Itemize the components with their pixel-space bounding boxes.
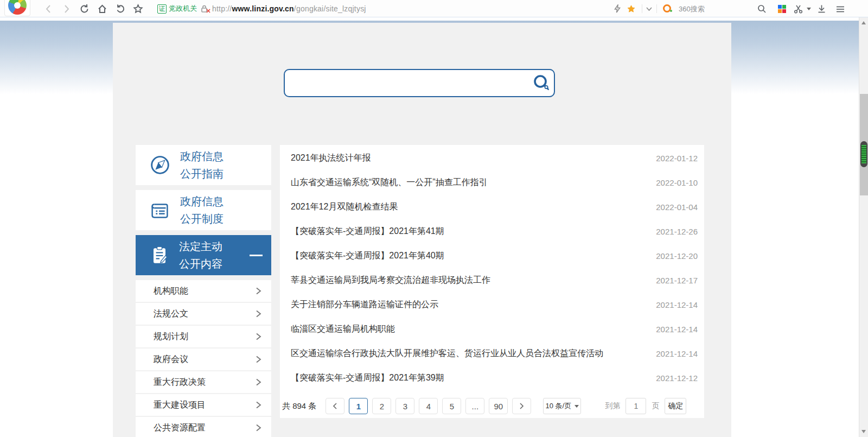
register-book-icon: [148, 198, 173, 223]
article-date: 2021-12-20: [656, 251, 698, 261]
article-link[interactable]: 区交通运输综合行政执法大队开展维护客运、货运行业从业人员合法权益宣传活动: [291, 348, 603, 359]
undo-icon[interactable]: [116, 4, 126, 14]
submenu-item[interactable]: 重大行政决策: [136, 371, 271, 393]
total-count-label: 共 894 条: [282, 401, 316, 411]
page-button-90[interactable]: 90: [489, 398, 508, 414]
page-button-1[interactable]: 1: [349, 398, 368, 414]
submenu-item[interactable]: 规划计划: [136, 326, 271, 347]
page-button-5[interactable]: 5: [442, 398, 461, 414]
page-button-4[interactable]: 4: [419, 398, 438, 414]
article-link[interactable]: 2021年12月双随机检查结果: [291, 201, 398, 213]
submenu-item[interactable]: 公共资源配置: [136, 417, 271, 437]
chevron-right-icon: [256, 378, 261, 386]
article-date: 2022-01-04: [656, 202, 698, 212]
article-link[interactable]: 【突破落实年-交通周报】2021年第39期: [291, 372, 444, 384]
page-button-3[interactable]: 3: [395, 398, 414, 414]
search-engine-label[interactable]: 360搜索: [679, 4, 705, 14]
article-date: 2021-12-14: [656, 300, 698, 309]
content-container: 政府信息公开指南 政府信息公开制度: [113, 23, 731, 437]
submenu-item[interactable]: 政府会议: [136, 349, 271, 370]
pagination-bar: 共 894 条 1 2 3 4 5 ... 90 10 条/页: [280, 397, 704, 415]
scrollbar-grip[interactable]: [860, 141, 867, 167]
chevron-right-icon: [519, 403, 524, 409]
sidebar-item-open-guide[interactable]: 政府信息公开指南: [136, 145, 271, 185]
page-button-2[interactable]: 2: [372, 398, 391, 414]
menu-hamburger-icon[interactable]: [835, 4, 845, 14]
back-icon[interactable]: [43, 4, 54, 14]
browser-logo-icon: [8, 0, 27, 15]
sidebar-item-open-system[interactable]: 政府信息公开制度: [136, 190, 271, 230]
page-size-select[interactable]: 10 条/页: [543, 398, 581, 414]
article-date: 2022-01-10: [656, 178, 698, 187]
accelerator-lightning-icon[interactable]: [613, 4, 622, 13]
clipboard-pen-icon: [148, 243, 171, 267]
scissors-dropdown-icon[interactable]: [807, 8, 811, 10]
site-search-button[interactable]: [529, 70, 554, 96]
list-item: 关于注销部分车辆道路运输证件的公示2021-12-14: [280, 293, 704, 317]
article-link[interactable]: 莘县交通运输局到我局考察交流治超非现场执法工作: [291, 275, 490, 286]
compass-icon: [148, 153, 173, 178]
list-item: 临淄区交通运输局机构职能2021-12-14: [280, 317, 704, 341]
page-ellipsis[interactable]: ...: [465, 398, 484, 414]
download-icon[interactable]: [817, 4, 826, 14]
favorite-star-icon[interactable]: [627, 4, 636, 14]
search-engine-logo-icon[interactable]: [663, 4, 671, 12]
list-item: 山东省交通运输系统“双随机、一公开”抽查工作指引2022-01-10: [280, 170, 704, 195]
list-item: 区交通运输综合行政执法大队开展维护客运、货运行业从业人员合法权益宣传活动2021…: [280, 341, 704, 366]
prev-page-button[interactable]: [326, 398, 344, 414]
article-link[interactable]: 2021年执法统计年报: [291, 153, 371, 164]
favorites-dropdown-icon[interactable]: [646, 5, 653, 12]
toolbar-separator: [656, 4, 657, 13]
cert-icon: 证: [157, 4, 167, 14]
list-item: 2021年12月双随机检查结果2022-01-04: [280, 195, 704, 219]
chevron-right-icon: [256, 424, 261, 432]
address-bar[interactable]: 证 党政机关 http://www.linzi.gov.cn/gongkai/s…: [157, 0, 366, 17]
article-link[interactable]: 关于注销部分车辆道路运输证件的公示: [291, 299, 438, 311]
article-link[interactable]: 临淄区交通运输局机构职能: [291, 324, 395, 335]
sidebar-submenu: 机构职能 法规公文 规划计划 政府会议 重大行政决策 重大建设项目 公共资源配置: [136, 280, 271, 437]
page-viewport: 政府信息公开指南 政府信息公开制度: [0, 17, 868, 437]
article-date: 2021-12-12: [656, 373, 698, 383]
article-link[interactable]: 【突破落实年-交通周报】2021年第41期: [291, 226, 444, 237]
scroll-up-icon[interactable]: [861, 21, 866, 24]
article-date: 2021-12-14: [656, 349, 698, 358]
url-text[interactable]: http://www.linzi.gov.cn/gongkai/site_lzq…: [212, 4, 366, 13]
refresh-icon[interactable]: [79, 4, 90, 14]
list-item: 【突破落实年-交通周报】2021年第39期2021-12-12: [280, 366, 704, 390]
apps-grid-icon[interactable]: [777, 4, 787, 14]
collapse-minus-icon[interactable]: [250, 255, 263, 256]
goto-confirm-button[interactable]: 确定: [665, 398, 686, 414]
list-item: 2021年执法统计年报2022-01-12: [280, 146, 704, 170]
chevron-right-icon: [256, 333, 261, 340]
select-caret-icon: [575, 405, 579, 408]
chevron-right-icon: [256, 356, 261, 363]
next-page-button[interactable]: [512, 398, 531, 414]
find-icon[interactable]: [757, 4, 767, 14]
article-list-panel: 2021年执法统计年报2022-01-12 山东省交通运输系统“双随机、一公开”…: [280, 145, 704, 418]
home-icon[interactable]: [97, 4, 107, 14]
page-unit-label: 页: [652, 401, 659, 411]
list-item: 【突破落实年-交通周报】2021年第40期2021-12-20: [280, 244, 704, 268]
forward-icon[interactable]: [61, 4, 72, 14]
bookmark-star-icon[interactable]: [133, 4, 143, 14]
sidebar-nav: 政府信息公开指南 政府信息公开制度: [136, 145, 271, 437]
submenu-item[interactable]: 重大建设项目: [136, 394, 271, 416]
submenu-item[interactable]: 法规公文: [136, 303, 271, 325]
goto-label: 到第: [605, 401, 620, 411]
sidebar-item-statutory-disclosure[interactable]: 法定主动公开内容: [136, 235, 271, 275]
site-search-input[interactable]: [285, 70, 529, 96]
screenshot-scissors-icon[interactable]: [794, 4, 803, 14]
submenu-item[interactable]: 机构职能: [136, 280, 271, 302]
article-date: 2021-12-17: [656, 276, 698, 285]
browser-logo-button[interactable]: [4, 0, 30, 16]
page-scrollbar[interactable]: [859, 17, 868, 437]
scroll-down-icon[interactable]: [861, 430, 866, 433]
site-cert-badge: 证 党政机关: [157, 4, 197, 14]
article-link[interactable]: 山东省交通运输系统“双随机、一公开”抽查工作指引: [291, 177, 488, 188]
chevron-left-icon: [333, 403, 337, 409]
goto-page-input[interactable]: [626, 398, 646, 414]
search-magnifier-icon: [532, 73, 551, 93]
article-link[interactable]: 【突破落实年-交通周报】2021年第40期: [291, 250, 444, 262]
chevron-right-icon: [256, 401, 261, 409]
insecure-lock-icon: [201, 4, 208, 13]
